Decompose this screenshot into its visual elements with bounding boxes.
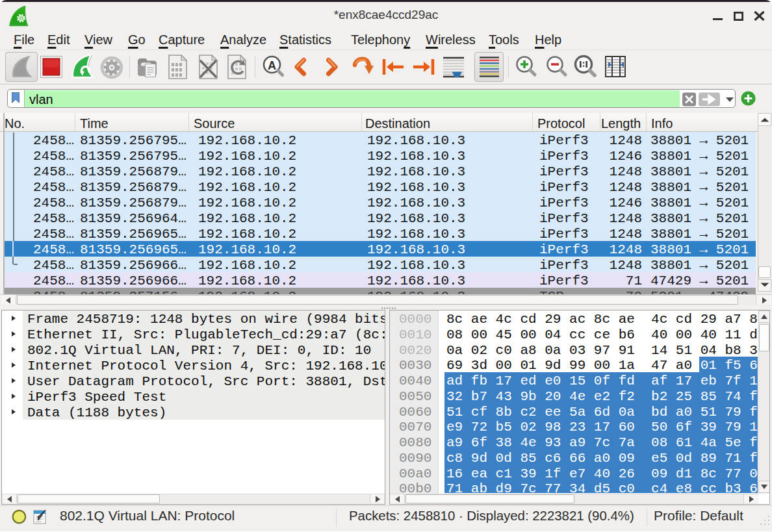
svg-text:A: A <box>268 59 276 72</box>
